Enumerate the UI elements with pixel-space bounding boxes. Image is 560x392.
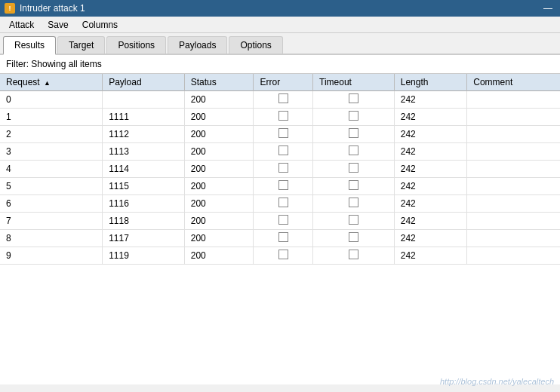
tab-options[interactable]: Options <box>229 36 282 54</box>
cell-error-checkbox[interactable] <box>278 128 288 138</box>
cell-timeout[interactable] <box>313 213 395 230</box>
cell-payload <box>103 91 185 109</box>
cell-length: 242 <box>394 195 467 213</box>
col-timeout[interactable]: Timeout <box>313 74 395 91</box>
cell-status: 200 <box>184 195 254 213</box>
cell-error-checkbox[interactable] <box>278 215 288 225</box>
cell-timeout-checkbox[interactable] <box>349 232 358 242</box>
cell-payload: 1119 <box>103 247 185 265</box>
cell-timeout-checkbox[interactable] <box>349 215 358 225</box>
cell-comment <box>467 126 560 143</box>
cell-timeout-checkbox[interactable] <box>349 198 358 207</box>
cell-status: 200 <box>184 247 254 265</box>
table-row[interactable]: 61116200242 <box>0 195 560 213</box>
cell-status: 200 <box>184 230 254 247</box>
cell-timeout-checkbox[interactable] <box>349 111 358 121</box>
cell-error[interactable] <box>254 109 313 126</box>
cell-error[interactable] <box>254 126 313 143</box>
cell-error[interactable] <box>254 213 313 230</box>
results-table: Request ▲ Payload Status Error Timeout L… <box>0 74 560 265</box>
cell-comment <box>467 109 560 126</box>
cell-timeout-checkbox[interactable] <box>349 180 358 190</box>
cell-comment <box>467 143 560 161</box>
table-row[interactable]: 71118200242 <box>0 213 560 230</box>
menu-save[interactable]: Save <box>42 18 74 32</box>
menu-attack[interactable]: Attack <box>3 18 40 32</box>
cell-comment <box>467 178 560 195</box>
cell-error-checkbox[interactable] <box>278 180 288 190</box>
cell-comment <box>467 195 560 213</box>
menu-columns[interactable]: Columns <box>76 18 124 32</box>
cell-timeout[interactable] <box>313 126 395 143</box>
tab-target[interactable]: Target <box>57 36 105 54</box>
table-row[interactable]: 51115200242 <box>0 178 560 195</box>
cell-request: 1 <box>0 109 103 126</box>
col-comment[interactable]: Comment <box>467 74 560 91</box>
cell-error-checkbox[interactable] <box>278 111 288 121</box>
cell-payload: 1114 <box>103 161 185 178</box>
cell-error-checkbox[interactable] <box>278 232 288 242</box>
table-row[interactable]: 41114200242 <box>0 161 560 178</box>
cell-timeout-checkbox[interactable] <box>349 93 358 103</box>
cell-error[interactable] <box>254 161 313 178</box>
tab-results[interactable]: Results <box>3 36 56 55</box>
cell-payload: 1112 <box>103 126 185 143</box>
cell-timeout-checkbox[interactable] <box>349 250 358 259</box>
cell-timeout[interactable] <box>313 247 395 265</box>
cell-request: 5 <box>0 178 103 195</box>
cell-error[interactable] <box>254 230 313 247</box>
col-request[interactable]: Request ▲ <box>0 74 103 91</box>
close-button[interactable]: — <box>540 3 555 14</box>
cell-timeout[interactable] <box>313 109 395 126</box>
cell-timeout-checkbox[interactable] <box>349 145 358 155</box>
cell-timeout[interactable] <box>313 91 395 109</box>
cell-timeout-checkbox[interactable] <box>349 128 358 138</box>
tab-payloads[interactable]: Payloads <box>168 36 227 54</box>
filter-bar: Filter: Showing all items <box>0 55 560 74</box>
cell-error-checkbox[interactable] <box>278 145 288 155</box>
col-length[interactable]: Length <box>394 74 467 91</box>
cell-timeout[interactable] <box>313 178 395 195</box>
filter-text: Filter: Showing all items <box>6 59 102 69</box>
cell-comment <box>467 230 560 247</box>
cell-payload: 1111 <box>103 109 185 126</box>
col-error[interactable]: Error <box>254 74 313 91</box>
app-icon: ! <box>5 3 15 14</box>
table-row[interactable]: 81117200242 <box>0 230 560 247</box>
tabs-bar: Results Target Positions Payloads Option… <box>0 33 560 55</box>
cell-error-checkbox[interactable] <box>278 198 288 207</box>
table-row[interactable]: 11111200242 <box>0 109 560 126</box>
cell-payload: 1116 <box>103 195 185 213</box>
table-row[interactable]: 31113200242 <box>0 143 560 161</box>
cell-timeout[interactable] <box>313 195 395 213</box>
cell-length: 242 <box>394 126 467 143</box>
cell-error[interactable] <box>254 143 313 161</box>
table-row[interactable]: 21112200242 <box>0 126 560 143</box>
table-row[interactable]: 0200242 <box>0 91 560 109</box>
cell-error-checkbox[interactable] <box>278 93 288 103</box>
cell-length: 242 <box>394 178 467 195</box>
cell-error-checkbox[interactable] <box>278 250 288 259</box>
sort-arrow-icon: ▲ <box>44 79 51 87</box>
cell-timeout[interactable] <box>313 143 395 161</box>
cell-request: 7 <box>0 213 103 230</box>
cell-length: 242 <box>394 109 467 126</box>
cell-timeout[interactable] <box>313 230 395 247</box>
cell-status: 200 <box>184 213 254 230</box>
cell-status: 200 <box>184 161 254 178</box>
cell-error[interactable] <box>254 247 313 265</box>
cell-error-checkbox[interactable] <box>278 163 288 173</box>
tab-positions[interactable]: Positions <box>106 36 166 54</box>
cell-payload: 1115 <box>103 178 185 195</box>
cell-request: 2 <box>0 126 103 143</box>
cell-error[interactable] <box>254 91 313 109</box>
cell-length: 242 <box>394 247 467 265</box>
cell-timeout[interactable] <box>313 161 395 178</box>
col-status[interactable]: Status <box>184 74 254 91</box>
cell-timeout-checkbox[interactable] <box>349 163 358 173</box>
title-bar: ! Intruder attack 1 — <box>0 0 560 17</box>
cell-error[interactable] <box>254 178 313 195</box>
col-payload[interactable]: Payload <box>103 74 185 91</box>
table-row[interactable]: 91119200242 <box>0 247 560 265</box>
cell-error[interactable] <box>254 195 313 213</box>
